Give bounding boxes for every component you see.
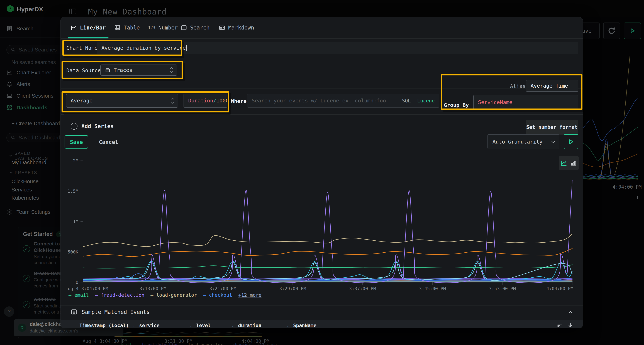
operator-token: /	[213, 98, 216, 104]
screen: 0 Aug 4 3:04:00 PM 3:31:00 PM 4:04:00 PM…	[0, 0, 644, 345]
divider	[61, 88, 583, 88]
select-chevrons-icon	[171, 67, 173, 73]
tab-search[interactable]: Search	[181, 24, 210, 31]
field-expression-input[interactable]: Duration/1000	[184, 94, 227, 108]
aggregation-select[interactable]: Average	[66, 94, 178, 108]
column-header-spanname[interactable]: SpanName	[293, 323, 316, 328]
table-icon	[114, 25, 120, 31]
list-icon	[181, 25, 187, 31]
column-settings-icon[interactable]	[556, 322, 562, 328]
play-icon	[568, 139, 574, 145]
text-caret	[186, 45, 186, 51]
plus-circle-icon: +	[71, 123, 78, 130]
lucene-option[interactable]: Lucene	[417, 98, 435, 103]
query-language-toggle[interactable]: SQL|Lucene	[402, 98, 435, 103]
events-table-header: Timestamp (Local)serviceleveldurationSpa…	[61, 320, 583, 328]
where-input[interactable]: Search your events w/ Lucene ex. column:…	[247, 94, 439, 108]
legend-more-link[interactable]: +12 more	[238, 292, 262, 298]
download-icon[interactable]	[567, 322, 573, 328]
svg-text:3:29:00 PM: 3:29:00 PM	[279, 286, 306, 291]
collapse-chevron-icon[interactable]	[568, 311, 572, 315]
alias-value: Average Time	[530, 83, 568, 89]
svg-text:3:13:00 PM: 3:13:00 PM	[139, 286, 166, 291]
svg-text:0: 0	[76, 280, 78, 285]
alias-label: Alias	[510, 83, 526, 89]
svg-text:2M: 2M	[73, 158, 78, 163]
number-token: 1000	[216, 98, 227, 104]
column-header-level[interactable]: level	[196, 323, 211, 328]
column-header-timestamp-local-[interactable]: Timestamp (Local)	[80, 323, 129, 328]
divider	[61, 38, 583, 39]
number-123-icon: 123	[148, 25, 155, 30]
chart-name-value: Average duration by service	[102, 45, 186, 51]
svg-text:1M: 1M	[73, 219, 78, 224]
divider	[61, 305, 583, 306]
column-header-service[interactable]: service	[139, 323, 160, 328]
divider	[61, 114, 583, 115]
svg-text:3:37:00 PM: 3:37:00 PM	[349, 286, 376, 291]
sample-title: Sample Matched Events	[82, 309, 150, 315]
chart-legend: — email— fraud-detection— load-generator…	[68, 292, 262, 298]
group-by-label: Group By	[444, 102, 469, 108]
sql-option[interactable]: SQL	[402, 98, 411, 103]
tab-label: Number	[158, 24, 178, 31]
column-separator[interactable]: ⋮	[188, 322, 194, 328]
field-token: Duration	[188, 98, 213, 104]
add-series-button[interactable]: + Add Series	[71, 123, 114, 130]
aggregation-value: Average	[71, 98, 92, 104]
data-source-label: Data Source	[66, 67, 101, 73]
chevron-down-icon	[551, 139, 555, 143]
svg-text:3:45:00 PM: 3:45:00 PM	[419, 286, 446, 291]
line-chart-icon	[71, 25, 77, 31]
run-chart-button[interactable]	[564, 134, 578, 149]
column-separator[interactable]: ⋮	[285, 322, 290, 328]
alias-input[interactable]: Average Time	[526, 80, 578, 92]
divider	[61, 63, 583, 63]
tab-label: Markdown	[228, 24, 254, 31]
where-placeholder: Search your events w/ Lucene ex. column:…	[252, 98, 386, 104]
data-source-select[interactable]: Traces	[100, 64, 177, 76]
svg-text:3:21:00 PM: 3:21:00 PM	[209, 286, 236, 291]
legend-item[interactable]: — load-generator	[150, 292, 197, 298]
column-separator[interactable]: ⋮	[230, 322, 236, 328]
add-series-label: Add Series	[82, 123, 114, 129]
tab-label: Table	[124, 24, 140, 31]
where-label: Where	[231, 98, 246, 104]
svg-text:3:53:00 PM: 3:53:00 PM	[489, 286, 516, 291]
chart-name-label: Chart Name	[66, 45, 98, 51]
tab-table[interactable]: Table	[114, 24, 140, 31]
legend-item[interactable]: — email	[68, 292, 89, 298]
list-icon	[71, 309, 77, 315]
chart-editor-modal: Line/Bar Table 123 Number Search Markdow…	[60, 17, 583, 328]
group-by-input[interactable]: ServiceName	[473, 95, 578, 110]
chart-name-input[interactable]: Average duration by service	[97, 42, 578, 54]
svg-text:Aug 4 3:04:00 PM: Aug 4 3:04:00 PM	[68, 286, 108, 291]
column-separator[interactable]: ⋮	[131, 322, 137, 328]
data-source-value: Traces	[114, 67, 132, 73]
legend-item[interactable]: — fraud-detection	[95, 292, 144, 298]
cancel-button[interactable]: Cancel	[96, 135, 121, 149]
save-button[interactable]: Save	[64, 135, 88, 149]
database-icon	[105, 67, 110, 73]
tab-markdown[interactable]: Markdown	[219, 24, 254, 31]
group-by-value: ServiceName	[478, 99, 512, 105]
granularity-select[interactable]: Auto Granularity	[488, 134, 560, 149]
svg-text:4:04:00 PM: 4:04:00 PM	[546, 286, 573, 291]
tab-line-bar[interactable]: Line/Bar	[71, 24, 106, 31]
svg-text:500K: 500K	[68, 249, 78, 255]
sample-matched-events-header[interactable]: Sample Matched Events	[71, 309, 150, 315]
tab-number[interactable]: 123 Number	[148, 24, 178, 31]
legend-item[interactable]: — checkout	[203, 292, 232, 298]
column-header-duration[interactable]: duration	[238, 323, 261, 328]
tab-label: Search	[190, 24, 210, 31]
granularity-value: Auto Granularity	[492, 139, 542, 145]
set-number-format-button[interactable]: Set number format	[526, 120, 578, 135]
markdown-icon	[219, 25, 225, 31]
select-chevrons-icon	[172, 98, 174, 103]
svg-text:1.5M: 1.5M	[68, 189, 78, 194]
main-chart: 0500K1M1.5M2MAug 4 3:04:00 PM3:13:00 PM3…	[68, 153, 576, 302]
tab-label: Line/Bar	[80, 24, 106, 31]
